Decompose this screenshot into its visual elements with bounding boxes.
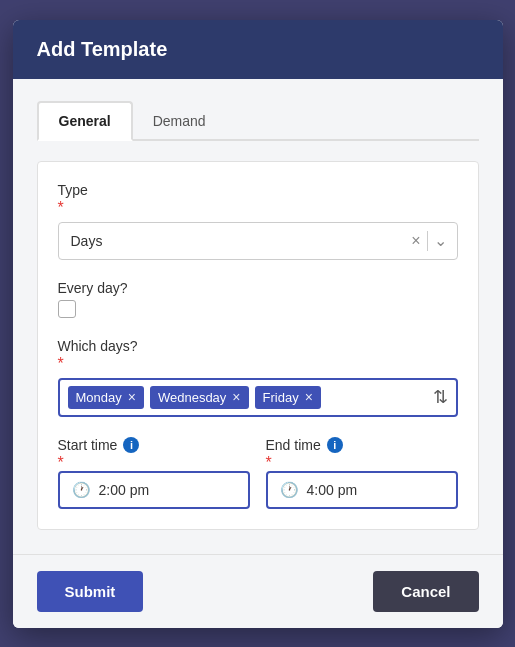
day-tag-wednesday-label: Wednesday bbox=[158, 390, 226, 405]
select-divider bbox=[427, 231, 428, 251]
every-day-checkbox[interactable] bbox=[58, 300, 76, 318]
type-select-icons: × ⌄ bbox=[401, 231, 456, 251]
start-time-value: 2:00 pm bbox=[99, 482, 150, 498]
day-tag-monday-label: Monday bbox=[76, 390, 122, 405]
type-field-group: Type * Days × ⌄ bbox=[58, 182, 458, 260]
start-time-label: Start time bbox=[58, 437, 118, 453]
every-day-label: Every day? bbox=[58, 280, 458, 296]
end-time-info-icon[interactable]: i bbox=[327, 437, 343, 453]
day-tag-monday: Monday × bbox=[68, 386, 144, 409]
modal-footer: Submit Cancel bbox=[13, 554, 503, 628]
every-day-checkbox-wrapper bbox=[58, 300, 458, 318]
start-time-info-icon[interactable]: i bbox=[123, 437, 139, 453]
start-time-clock-icon: 🕐 bbox=[72, 481, 91, 499]
day-tag-friday-label: Friday bbox=[263, 390, 299, 405]
start-time-input[interactable]: 🕐 2:00 pm bbox=[58, 471, 250, 509]
tab-general[interactable]: General bbox=[37, 101, 133, 141]
cancel-button[interactable]: Cancel bbox=[373, 571, 478, 612]
every-day-field-group: Every day? bbox=[58, 280, 458, 318]
type-select[interactable]: Days × ⌄ bbox=[58, 222, 458, 260]
add-template-modal: Add Template General Demand Type * Days … bbox=[13, 20, 503, 628]
modal-title: Add Template bbox=[37, 38, 168, 60]
start-time-label-row: Start time i bbox=[58, 437, 250, 453]
type-required: * bbox=[58, 200, 458, 216]
submit-button[interactable]: Submit bbox=[37, 571, 144, 612]
end-time-field: End time i * 🕐 4:00 pm bbox=[266, 437, 458, 509]
day-tag-wednesday: Wednesday × bbox=[150, 386, 249, 409]
end-time-label-row: End time i bbox=[266, 437, 458, 453]
end-time-required: * bbox=[266, 455, 458, 471]
type-select-value: Days bbox=[59, 223, 402, 259]
type-clear-icon[interactable]: × bbox=[411, 232, 420, 250]
tab-demand[interactable]: Demand bbox=[133, 101, 226, 141]
type-chevron-icon[interactable]: ⌄ bbox=[434, 231, 447, 250]
tabs-bar: General Demand bbox=[37, 99, 479, 141]
end-time-label: End time bbox=[266, 437, 321, 453]
type-label: Type bbox=[58, 182, 458, 198]
end-time-value: 4:00 pm bbox=[307, 482, 358, 498]
which-days-required: * bbox=[58, 356, 458, 372]
day-tag-monday-close[interactable]: × bbox=[128, 390, 136, 404]
time-fields-group: Start time i * 🕐 2:00 pm bbox=[58, 437, 458, 509]
start-time-required: * bbox=[58, 455, 250, 471]
end-time-clock-icon: 🕐 bbox=[280, 481, 299, 499]
modal-body: General Demand Type * Days × ⌄ Ever bbox=[13, 79, 503, 554]
start-time-field: Start time i * 🕐 2:00 pm bbox=[58, 437, 250, 509]
days-select[interactable]: Monday × Wednesday × Friday × ⇅ bbox=[58, 378, 458, 417]
which-days-label: Which days? bbox=[58, 338, 458, 354]
which-days-field-group: Which days? * Monday × Wednesday × Frida… bbox=[58, 338, 458, 417]
modal-header: Add Template bbox=[13, 20, 503, 79]
time-row: Start time i * 🕐 2:00 pm bbox=[58, 437, 458, 509]
days-select-arrow-icon[interactable]: ⇅ bbox=[433, 386, 448, 408]
day-tag-friday-close[interactable]: × bbox=[305, 390, 313, 404]
day-tag-wednesday-close[interactable]: × bbox=[232, 390, 240, 404]
form-section: Type * Days × ⌄ Every day? bbox=[37, 161, 479, 530]
end-time-input[interactable]: 🕐 4:00 pm bbox=[266, 471, 458, 509]
day-tag-friday: Friday × bbox=[255, 386, 321, 409]
